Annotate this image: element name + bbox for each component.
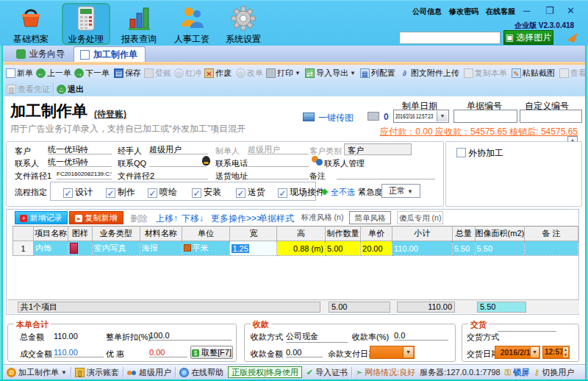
nav-settings[interactable]: 系统设置 (219, 3, 268, 45)
select-none-link[interactable]: 全不选 (331, 187, 355, 198)
doc-status-badge[interactable]: (待登账) (94, 108, 126, 121)
table-row[interactable]: 1 内饰 室内写真 海报 平米 1.25 0.88 (m) 5.00 20.00… (13, 241, 578, 256)
date-dropdown-button[interactable]: ▼ (437, 111, 448, 121)
col-price[interactable]: 单价 (361, 227, 392, 241)
status-import-cert[interactable]: ✔导入证书 (306, 367, 348, 378)
pay-rate-value[interactable]: 0.0 (394, 331, 448, 341)
pay-amount-value[interactable]: 0.00 (286, 348, 323, 357)
urgency-select[interactable]: 正常 ▼ (381, 184, 420, 198)
contact-field[interactable]: 统一优玛特 (48, 157, 112, 167)
checkbox-checked[interactable]: ✓ (236, 188, 245, 198)
status-switch-user[interactable]: ⚷切换用户 (534, 367, 574, 378)
doc-style-link[interactable]: 单据样式 (259, 213, 294, 225)
cell-qty[interactable]: 5.00 (326, 241, 361, 256)
cust-type-field[interactable]: 客户 (344, 143, 412, 155)
add-record-button[interactable]: + 新增记录 (15, 211, 68, 224)
close-button[interactable]: ✕ (567, 5, 575, 16)
style-dummy-button[interactable]: 傻瓜专用 (n) (397, 211, 443, 224)
delivery-time-spinner[interactable]: 12:57▲▼ (542, 346, 570, 359)
status-lock[interactable]: ⚿锁屏 (505, 367, 529, 378)
toolbar-save[interactable]: ▤保存 (114, 68, 141, 79)
status-doc-menu[interactable]: 加工制作单▼ (7, 367, 67, 378)
cell-height[interactable]: 0.88 (m) (277, 241, 326, 256)
status-user[interactable]: 超级用户 (127, 367, 171, 378)
discount-value[interactable]: 100.0 (149, 331, 232, 341)
col-height[interactable]: 高 (277, 227, 326, 241)
col-area[interactable]: 图像面积(m2) (475, 227, 525, 241)
col-row-no[interactable] (13, 227, 34, 241)
phone-field[interactable] (248, 157, 309, 167)
online-service-link[interactable]: 在线客服 (486, 7, 515, 17)
image-path-input[interactable] (399, 32, 501, 44)
toolbar-view-voucher[interactable]: ▥查看凭证 (7, 84, 50, 95)
flow-spray[interactable]: ✓喷绘 (148, 186, 177, 199)
col-note[interactable]: 备 注 (525, 227, 578, 241)
more-actions-link[interactable]: 更多操作>>> (211, 213, 262, 225)
toolbar-post[interactable]: 登账 (144, 68, 171, 79)
checkbox-checked[interactable]: ✓ (106, 188, 115, 198)
final-amount-value[interactable]: 110.00 (54, 348, 104, 357)
round-button[interactable]: $ 取整[F7] (190, 346, 233, 359)
nav-basic-files[interactable]: 基础档案 (7, 3, 55, 45)
thumbnail-image[interactable] (70, 243, 78, 254)
nav-reports[interactable]: 报表查询 (115, 3, 163, 45)
col-image[interactable]: 图样 (68, 227, 92, 241)
customer-field[interactable]: 统一优玛特 (48, 144, 112, 154)
status-help[interactable]: e在线帮助 (179, 367, 223, 378)
cell-total[interactable]: 5.50 (452, 241, 475, 256)
cell-price[interactable]: 20.00 (361, 241, 392, 256)
col-material[interactable]: 材料名称 (140, 227, 182, 241)
toolbar-void[interactable]: ✕作废 (204, 68, 232, 79)
delivery-date-select[interactable]: 2016/2/18▼ (495, 346, 540, 359)
col-subtotal[interactable]: 小计 (392, 227, 452, 241)
col-item-name[interactable]: 项目名称 (33, 227, 68, 241)
style-standard-button[interactable]: 标准风格 (n) (301, 211, 344, 224)
cell-width[interactable]: 1.25 (230, 241, 277, 256)
custom-no-input[interactable] (520, 110, 582, 123)
cell-business-type[interactable]: 室内写真 (92, 241, 140, 256)
order-date-input[interactable]: 2016/2/16 12:57:23▼ (393, 110, 449, 123)
rest-date-select[interactable]: ▼ (370, 346, 415, 359)
one-key-send-link[interactable]: 一键传图 (318, 112, 354, 124)
checkbox-checked[interactable]: ✓ (192, 188, 201, 198)
tab-business-wizard[interactable]: 业务向导 (10, 46, 72, 62)
dropdown-arrow[interactable]: ▼ (403, 347, 413, 357)
cell-note[interactable] (525, 241, 578, 256)
toolbar-prev[interactable]: ←上一单 (36, 68, 71, 79)
tab-process-order[interactable]: 加工制作单 (74, 46, 146, 62)
company-info-link[interactable]: 公司信息 (412, 7, 442, 17)
flow-design[interactable]: ✓设计 (63, 186, 93, 199)
cell-material[interactable]: 海报 (140, 241, 182, 256)
toolbar-next[interactable]: →下一单 (74, 68, 110, 79)
order-no-input[interactable] (453, 110, 517, 123)
toolbar-paste-screenshot[interactable]: ✎粘贴截图 (512, 68, 555, 79)
outsource-checkbox[interactable]: 外协加工 (456, 147, 503, 160)
minimize-button[interactable]: ─ (523, 5, 530, 16)
cell-area[interactable]: 5.50 (475, 241, 525, 256)
col-unit[interactable]: 单位 (182, 227, 230, 241)
note-field[interactable] (337, 169, 435, 179)
spinner-arrows[interactable]: ▲▼ (562, 347, 568, 357)
checkbox-checked[interactable]: ✓ (63, 188, 73, 198)
maximize-button[interactable]: ❐ (545, 5, 554, 16)
toolbar-column-config[interactable]: ▦列配置 (360, 68, 395, 79)
col-business-type[interactable]: 业务类型 (92, 227, 140, 241)
col-width[interactable]: 宽 (230, 227, 277, 241)
checkbox-checked[interactable]: ✓ (278, 188, 287, 198)
toolbar-exit[interactable]: ⌂退出 (57, 84, 84, 95)
coupon-value[interactable]: 0.00 (149, 348, 187, 357)
pay-method-value[interactable]: 公司现金 (286, 331, 348, 343)
col-total[interactable]: 总量 (452, 227, 475, 241)
cell-unit[interactable]: 平米 (182, 241, 230, 256)
toolbar-attachment-upload[interactable]: ∂图文附件上传 (400, 68, 459, 79)
flow-deliver[interactable]: ✓送货 (236, 186, 265, 199)
change-password-link[interactable]: 修改密码 (449, 7, 478, 17)
toolbar-import-export[interactable]: ⇄导入导出▼ (305, 68, 356, 79)
move-down-link[interactable]: 下移↓ (182, 213, 204, 225)
toolbar-print[interactable]: 打印▼ (266, 68, 301, 79)
contact-mgmt-link[interactable]: 联系人管理 (324, 158, 365, 169)
qq-field[interactable] (149, 157, 207, 167)
dropdown-arrow[interactable]: ▼ (530, 347, 539, 357)
checkbox-unchecked[interactable] (456, 148, 466, 157)
copy-add-button[interactable]: ▸ 复制新增 (69, 211, 123, 224)
